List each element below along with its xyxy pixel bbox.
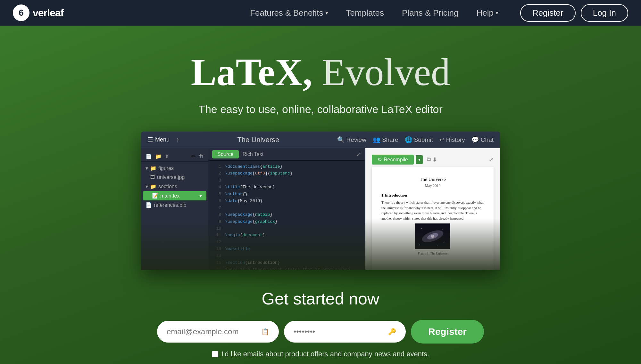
- register-hero-button[interactable]: Register: [411, 320, 484, 344]
- code-editor[interactable]: 1 \documentclass{article} 2 \usepackage[…: [208, 161, 365, 270]
- newsletter-label: I'd like emails about product offers and…: [221, 350, 429, 358]
- preview-body: There is a theory which states that if e…: [381, 200, 484, 221]
- nav-features[interactable]: Features & Benefits ▾: [241, 5, 337, 21]
- review-button[interactable]: 🔍 Review: [337, 136, 366, 143]
- recompile-dropdown[interactable]: ▾: [416, 155, 423, 164]
- auth-buttons: Register Log In: [520, 4, 628, 22]
- file-universe-jpg[interactable]: 🖼 universe.jpg: [141, 173, 208, 182]
- code-line-1: 1 \documentclass{article}: [208, 163, 365, 170]
- history-icon: ↩: [439, 136, 445, 143]
- svg-point-9: [424, 241, 425, 241]
- code-line-14: 14: [208, 253, 365, 259]
- submit-button[interactable]: 🌐 Submit: [405, 136, 433, 143]
- refresh-icon: ↻: [378, 157, 382, 163]
- nav-pricing[interactable]: Plans & Pricing: [393, 5, 467, 21]
- password-input[interactable]: [294, 327, 386, 336]
- code-line-4: 4 \title{The Universe}: [208, 184, 365, 190]
- svg-point-5: [442, 230, 443, 230]
- code-line-6: 6 \date{May 2019}: [208, 198, 365, 204]
- register-button[interactable]: Register: [520, 4, 576, 22]
- file-tree: 📄 📁 ⬆ ✏ 🗑 ▾ 📁 figures 🖼 universe.jpg: [141, 148, 208, 270]
- nav-links: Features & Benefits ▾ Templates Plans & …: [241, 5, 507, 21]
- file-icon: 🖼: [150, 174, 155, 180]
- logo-text: verleaf: [33, 7, 63, 19]
- download-icon[interactable]: ⬇: [432, 156, 437, 163]
- nav-help[interactable]: Help ▾: [467, 5, 507, 21]
- delete-icon[interactable]: 🗑: [199, 153, 204, 159]
- share-icon: 👥: [373, 136, 380, 143]
- toolbar-right: 🔍 Review 👥 Share 🌐 Submit ↩ History: [337, 136, 494, 143]
- new-folder-icon[interactable]: 📁: [155, 153, 162, 159]
- chevron-down-icon: ▾: [146, 183, 148, 190]
- nav-templates[interactable]: Templates: [337, 5, 393, 21]
- menu-button[interactable]: ☰ Menu: [147, 136, 170, 144]
- editor-mockup: ☰ Menu ↑ The Universe 🔍 Review 👥 Share: [141, 132, 500, 270]
- email-input[interactable]: [167, 327, 259, 336]
- password-icon: 🔑: [388, 328, 396, 336]
- hero-subtitle: The easy to use, online, collaborative L…: [198, 103, 443, 116]
- recompile-button[interactable]: ↻ Recompile: [372, 155, 414, 165]
- copy-icon[interactable]: ⧉: [427, 156, 431, 163]
- svg-point-4: [421, 228, 422, 229]
- preview-date: May 2019: [381, 183, 484, 188]
- submit-icon: 🌐: [405, 136, 412, 143]
- upload-file-icon[interactable]: ⬆: [165, 153, 169, 159]
- editor-container: ☰ Menu ↑ The Universe 🔍 Review 👥 Share: [141, 132, 500, 270]
- code-line-13: 13 \maketitle: [208, 246, 365, 252]
- svg-point-3: [431, 235, 434, 238]
- code-toolbar-right: ⤢: [356, 151, 361, 158]
- chevron-right-icon: ▾: [199, 193, 202, 199]
- newsletter-checkbox[interactable]: [212, 351, 218, 357]
- share-button[interactable]: 👥 Share: [373, 136, 398, 143]
- chevron-down-icon: ▾: [146, 165, 148, 171]
- svg-point-6: [444, 242, 444, 243]
- newsletter-row: I'd like emails about product offers and…: [6, 350, 635, 358]
- folder-icon: 📁: [150, 165, 156, 171]
- hero-title: LaTeX, Evolved: [191, 51, 450, 93]
- preview-pane: ↻ Recompile ▾ ⧉ ⬇ ⤢ The Universe May 201…: [365, 148, 500, 270]
- upload-button[interactable]: ↑: [176, 136, 179, 144]
- code-line-8: 8 \usepackage{natbib}: [208, 211, 365, 218]
- login-button[interactable]: Log In: [581, 4, 628, 22]
- history-button[interactable]: ↩ History: [439, 136, 465, 143]
- email-input-wrapper: 📋: [157, 321, 279, 343]
- code-line-11: 11 \begin{document}: [208, 232, 365, 239]
- file-main-tex[interactable]: 📝 main.tex ▾: [143, 191, 206, 200]
- new-file-icon[interactable]: 📄: [146, 153, 152, 159]
- chevron-down-icon: ▾: [495, 9, 498, 16]
- tex-file-icon: 📝: [152, 193, 158, 199]
- preview-document: The Universe May 2019 1 Introduction The…: [372, 167, 494, 270]
- rich-text-tab[interactable]: Rich Text: [243, 151, 264, 157]
- edit-icon[interactable]: ✏: [191, 153, 196, 159]
- code-line-15: 15 \section{Introduction}: [208, 259, 365, 266]
- folder-figures[interactable]: ▾ 📁 figures: [141, 164, 208, 173]
- logo-icon: 6: [13, 4, 29, 21]
- source-tab[interactable]: Source: [212, 150, 239, 158]
- signup-form: 📋 🔑 Register: [6, 320, 635, 344]
- code-line-9: 9 \usepackage{graphicx}: [208, 218, 365, 225]
- code-line-3: 3: [208, 177, 365, 184]
- code-line-2: 2 \usepackage[utf8]{inputenc}: [208, 170, 365, 177]
- code-line-7: 7: [208, 205, 365, 211]
- code-line-12: 12: [208, 239, 365, 246]
- fullscreen-icon[interactable]: ⤢: [489, 156, 494, 163]
- get-started-title: Get started now: [6, 289, 635, 308]
- folder-sections[interactable]: ▾ 📁 sections: [141, 182, 208, 191]
- expand-icon[interactable]: ⤢: [356, 151, 361, 158]
- chat-icon: 💬: [471, 136, 479, 143]
- chat-button[interactable]: 💬 Chat: [471, 136, 494, 143]
- document-title: The Universe: [237, 136, 279, 144]
- code-pane: Source Rich Text ⤢ 1 \documentclass{arti…: [208, 148, 365, 270]
- review-icon: 🔍: [337, 136, 345, 143]
- bib-file-icon: 📄: [146, 202, 152, 208]
- folder-icon: 📁: [150, 183, 156, 190]
- password-input-wrapper: 🔑: [284, 321, 406, 343]
- get-started-section: Get started now 📋 🔑 Register I'd like em…: [0, 270, 641, 364]
- email-icon: 📋: [261, 328, 269, 336]
- svg-point-7: [420, 244, 420, 245]
- editor-toolbar: ☰ Menu ↑ The Universe 🔍 Review 👥 Share: [141, 132, 500, 148]
- code-toolbar: Source Rich Text ⤢: [208, 148, 365, 161]
- logo[interactable]: 6 verleaf: [13, 4, 63, 21]
- preview-title: The Universe: [381, 177, 484, 182]
- file-references-bib[interactable]: 📄 references.bib: [141, 200, 208, 210]
